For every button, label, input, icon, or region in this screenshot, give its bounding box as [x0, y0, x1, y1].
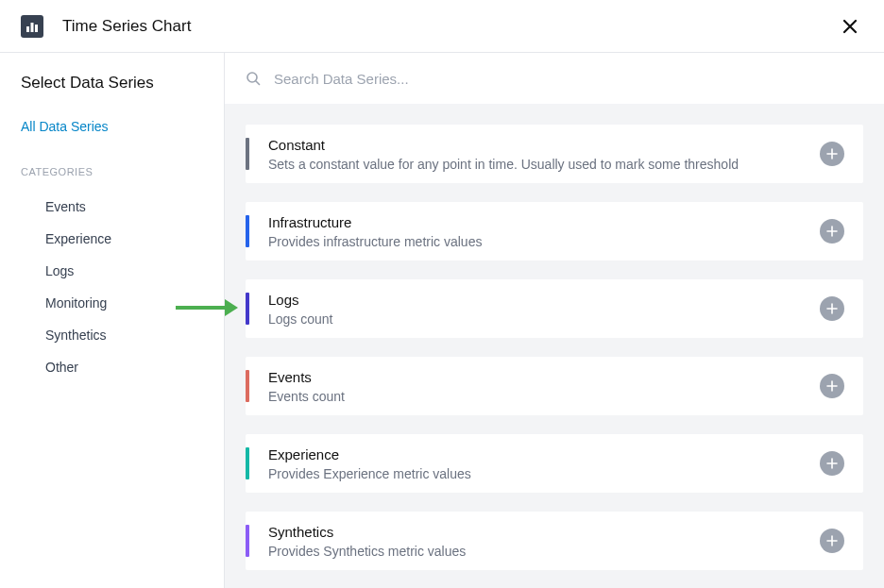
sidebar-title: Select Data Series	[21, 74, 203, 92]
card-desc: Provides Experience metric values	[268, 466, 820, 481]
card-stripe	[246, 447, 249, 479]
add-button[interactable]	[820, 529, 844, 553]
category-list: Events Experience Logs Monitoring Synthe…	[21, 191, 203, 383]
category-item-other[interactable]: Other	[21, 351, 203, 383]
header-left: Time Series Chart	[21, 15, 191, 38]
card-content: Constant Sets a constant value for any p…	[268, 137, 820, 172]
card-title: Synthetics	[268, 524, 820, 540]
card-content: Events Events count	[268, 369, 820, 404]
search-input[interactable]	[274, 71, 863, 87]
plus-icon	[826, 226, 838, 237]
chart-icon	[21, 15, 43, 38]
card-desc: Provides Synthetics metric values	[268, 544, 820, 559]
svg-rect-0	[26, 26, 29, 32]
plus-icon	[826, 535, 838, 546]
all-data-series-link[interactable]: All Data Series	[21, 119, 203, 134]
series-card-events[interactable]: Events Events count	[246, 357, 863, 415]
card-stripe	[246, 293, 249, 325]
card-title: Constant	[268, 137, 820, 153]
close-button[interactable]	[837, 13, 863, 40]
plus-icon	[826, 458, 838, 469]
series-card-constant[interactable]: Constant Sets a constant value for any p…	[246, 125, 863, 183]
card-stripe	[246, 525, 249, 557]
series-card-experience[interactable]: Experience Provides Experience metric va…	[246, 434, 863, 493]
card-desc: Logs count	[268, 311, 820, 327]
card-stripe	[246, 215, 249, 247]
card-stripe	[246, 370, 249, 402]
series-card-logs[interactable]: Logs Logs count	[246, 279, 863, 338]
card-stripe	[246, 138, 249, 170]
add-button[interactable]	[820, 142, 844, 166]
card-desc: Sets a constant value for any point in t…	[268, 157, 820, 172]
search-icon	[246, 71, 261, 86]
page-title: Time Series Chart	[62, 17, 191, 36]
category-item-logs[interactable]: Logs	[21, 255, 203, 287]
category-item-monitoring[interactable]: Monitoring	[21, 287, 203, 319]
svg-rect-1	[31, 23, 34, 32]
svg-rect-2	[35, 25, 38, 32]
header: Time Series Chart	[0, 0, 884, 53]
add-button[interactable]	[820, 451, 844, 476]
plus-icon	[826, 303, 838, 314]
category-item-synthetics[interactable]: Synthetics	[21, 319, 203, 351]
card-desc: Provides infrastructure metric values	[268, 234, 820, 249]
card-title: Experience	[268, 446, 820, 462]
plus-icon	[826, 148, 838, 160]
card-content: Infrastructure Provides infrastructure m…	[268, 214, 820, 249]
add-button[interactable]	[820, 296, 844, 321]
data-series-list: Constant Sets a constant value for any p…	[225, 104, 884, 588]
series-card-synthetics[interactable]: Synthetics Provides Synthetics metric va…	[246, 512, 863, 570]
card-content: Synthetics Provides Synthetics metric va…	[268, 524, 820, 559]
card-desc: Events count	[268, 389, 820, 404]
main-panel: Constant Sets a constant value for any p…	[225, 53, 884, 588]
card-content: Logs Logs count	[268, 292, 820, 327]
series-card-infrastructure[interactable]: Infrastructure Provides infrastructure m…	[246, 202, 863, 260]
add-button[interactable]	[820, 219, 844, 244]
svg-line-4	[256, 81, 260, 85]
sidebar: Select Data Series All Data Series CATEG…	[0, 53, 225, 588]
plus-icon	[826, 380, 838, 392]
search-bar	[225, 53, 884, 104]
add-button[interactable]	[820, 374, 844, 398]
card-title: Infrastructure	[268, 214, 820, 230]
card-title: Logs	[268, 292, 820, 308]
card-content: Experience Provides Experience metric va…	[268, 446, 820, 481]
card-title: Events	[268, 369, 820, 385]
category-item-events[interactable]: Events	[21, 191, 203, 223]
category-item-experience[interactable]: Experience	[21, 223, 203, 255]
categories-heading: CATEGORIES	[21, 166, 203, 177]
body: Select Data Series All Data Series CATEG…	[0, 53, 884, 588]
